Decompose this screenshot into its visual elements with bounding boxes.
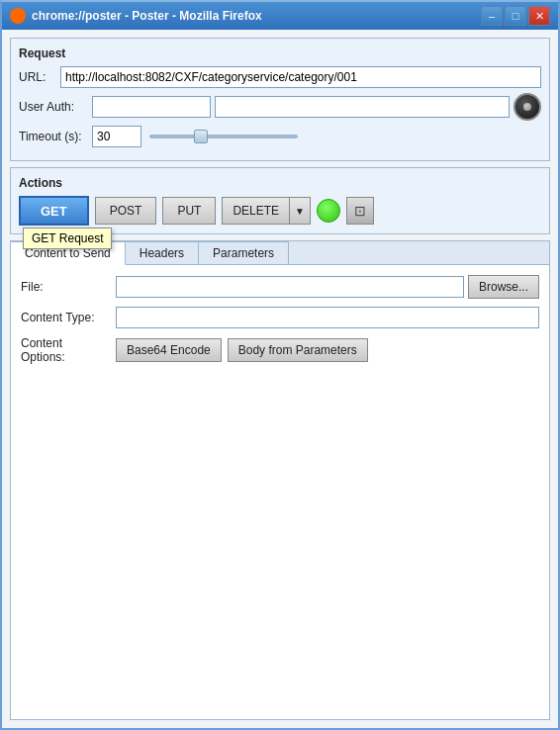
maximize-button[interactable]: □	[505, 6, 526, 26]
url-row: URL:	[19, 66, 541, 88]
username-input[interactable]	[92, 96, 211, 118]
file-input-area: Browse...	[116, 275, 539, 299]
toggle-button[interactable]: ⊡	[346, 197, 374, 225]
actions-row: GET POST PUT DELETE ▼ ⊡ GET Request	[19, 196, 541, 226]
content-type-label: Content Type:	[21, 311, 110, 324]
user-auth-row: User Auth:	[19, 93, 541, 121]
actions-section: Actions GET POST PUT DELETE ▼ ⊡ GET Requ…	[10, 167, 550, 234]
file-row: File: Browse...	[21, 275, 539, 299]
timeout-slider[interactable]	[149, 135, 298, 138]
close-button[interactable]: ✕	[528, 6, 550, 26]
url-label: URL:	[19, 70, 56, 84]
app-window: chrome://poster - Poster - Mozilla Firef…	[0, 0, 560, 730]
put-button[interactable]: PUT	[162, 197, 216, 225]
actions-section-title: Actions	[19, 176, 541, 190]
file-input[interactable]	[116, 276, 464, 298]
delete-button[interactable]: DELETE	[222, 197, 289, 225]
timeout-input[interactable]	[92, 126, 141, 147]
file-label: File:	[21, 280, 110, 294]
auth-icon-button[interactable]	[513, 93, 541, 121]
firefox-icon	[10, 8, 26, 24]
content-type-row: Content Type:	[21, 307, 539, 328]
content-options-label: Content Options:	[21, 336, 110, 364]
tab-parameters[interactable]: Parameters	[199, 241, 289, 264]
request-section: Request URL: User Auth: Timeout (s):	[10, 38, 550, 161]
user-auth-label: User Auth:	[19, 100, 88, 114]
get-tooltip: GET Request	[23, 228, 112, 249]
timeout-label: Timeout (s):	[19, 130, 88, 143]
slider-thumb[interactable]	[194, 130, 208, 143]
content-type-input[interactable]	[116, 307, 539, 328]
timeout-slider-container	[145, 135, 541, 138]
main-content: Request URL: User Auth: Timeout (s):	[2, 30, 558, 728]
tabs-section: Content to Send Headers Parameters File:…	[10, 240, 550, 720]
timeout-row: Timeout (s):	[19, 126, 541, 147]
url-input[interactable]	[60, 66, 541, 88]
window-title: chrome://poster - Poster - Mozilla Firef…	[32, 9, 481, 23]
minimize-button[interactable]: –	[481, 6, 503, 26]
request-section-title: Request	[19, 46, 541, 60]
tab-headers[interactable]: Headers	[126, 241, 199, 264]
status-indicator	[317, 199, 340, 223]
window-controls: – □ ✕	[481, 6, 550, 26]
password-input[interactable]	[215, 96, 510, 118]
delete-button-group: DELETE ▼	[222, 197, 311, 225]
get-button[interactable]: GET	[19, 196, 89, 226]
browse-button[interactable]: Browse...	[468, 275, 539, 299]
title-bar: chrome://poster - Poster - Mozilla Firef…	[2, 2, 558, 30]
tab-content-panel: File: Browse... Content Type: Content Op…	[11, 265, 549, 719]
body-from-parameters-button[interactable]: Body from Parameters	[228, 338, 368, 362]
base64-encode-button[interactable]: Base64 Encode	[116, 338, 222, 362]
content-options-row: Content Options: Base64 Encode Body from…	[21, 336, 539, 364]
delete-dropdown-button[interactable]: ▼	[289, 197, 311, 225]
post-button[interactable]: POST	[95, 197, 157, 225]
